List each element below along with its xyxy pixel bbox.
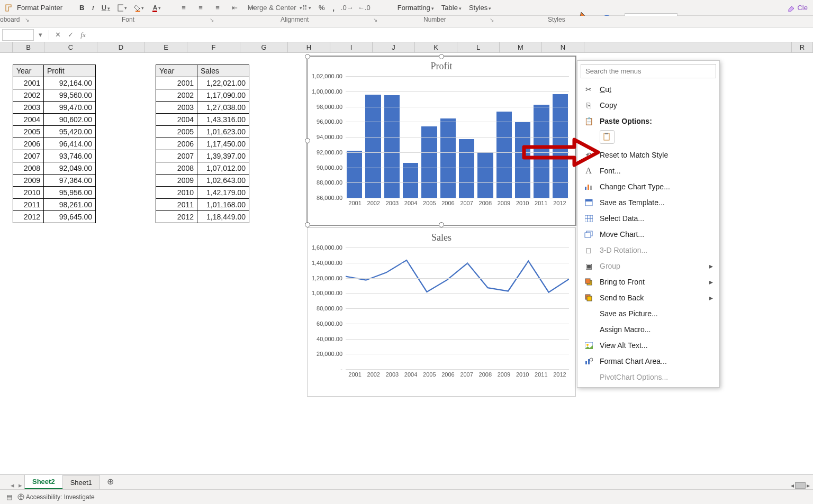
table-row[interactable]: 20121,18,449.00 [156, 211, 249, 223]
paste-use-destination-theme-button[interactable] [600, 130, 615, 144]
profit-table[interactable]: YearProfit 200192,164.00200299,560.00200… [13, 65, 96, 223]
menu-select-data[interactable]: Select Data... [577, 210, 719, 226]
col-header[interactable]: B [13, 42, 44, 52]
table-row[interactable]: 200399,470.00 [13, 102, 96, 114]
table-row[interactable]: 20101,42,179.00 [156, 187, 249, 199]
menu-cut[interactable]: ✂Cut [577, 81, 719, 97]
table-row[interactable]: 201095,956.00 [13, 187, 96, 199]
table-row[interactable]: 200793,746.00 [13, 150, 96, 162]
col-header[interactable]: E [145, 42, 187, 52]
insert-function-button[interactable]: fx [77, 29, 89, 41]
cancel-formula-button[interactable]: ✕ [51, 29, 64, 41]
menu-format-chart-area[interactable]: Format Chart Area... [577, 353, 719, 369]
table-row[interactable]: 200892,049.00 [13, 162, 96, 175]
underline-button[interactable]: U▾ [102, 4, 110, 12]
accessibility-status[interactable]: Accessibility: Investigate [17, 493, 95, 501]
merge-center-button[interactable]: Merge & Center▾ [269, 3, 278, 13]
col-header[interactable]: I [330, 42, 373, 52]
table-row[interactable]: 200595,420.00 [13, 126, 96, 138]
menu-view-alt-text[interactable]: View Alt Text... [577, 337, 719, 353]
name-box[interactable] [2, 29, 34, 41]
menu-bring-to-front[interactable]: Bring to Front▸ [577, 274, 719, 290]
tab-nav-prev[interactable]: ◂ [8, 481, 16, 489]
table-row[interactable]: 20071,39,397.00 [156, 150, 249, 162]
align-top-button[interactable]: ≡ [179, 3, 188, 13]
table-row[interactable]: 200696,414.00 [13, 138, 96, 150]
col-header[interactable]: G [240, 42, 288, 52]
chart-bar[interactable] [347, 151, 362, 198]
chart-bar[interactable] [403, 163, 418, 198]
select-all-triangle[interactable] [0, 42, 13, 52]
menu-change-chart-type[interactable]: Change Chart Type... [577, 179, 719, 195]
table-row[interactable]: 20111,01,168.00 [156, 199, 249, 211]
menu-search-input[interactable]: Search the menus [581, 64, 716, 78]
col-header[interactable]: L [457, 42, 500, 52]
chart-line-series[interactable] [346, 260, 569, 292]
new-sheet-button[interactable]: ⊕ [100, 474, 121, 489]
col-header[interactable]: R [792, 42, 813, 52]
menu-send-to-back[interactable]: Send to Back▸ [577, 290, 719, 306]
table-row[interactable]: 20061,17,450.00 [156, 138, 249, 150]
table-row[interactable]: 20081,07,012.00 [156, 162, 249, 175]
table-row[interactable]: 20051,01,623.00 [156, 126, 249, 138]
table-row[interactable]: 20011,22,021.00 [156, 77, 249, 89]
table-row[interactable]: 200490,602.00 [13, 114, 96, 126]
table-row[interactable]: 20031,27,038.00 [156, 102, 249, 114]
sales-chart[interactable]: Sales 1,60,000.001,40,000.001,20,000.001… [307, 227, 576, 397]
sheet-tab-active[interactable]: Sheet2 [24, 474, 63, 489]
col-header[interactable]: J [373, 42, 415, 52]
border-button[interactable]: ▾ [118, 3, 127, 13]
chart-title[interactable]: Profit [308, 61, 575, 72]
col-header[interactable]: N [542, 42, 584, 52]
chart-bar[interactable] [459, 139, 474, 198]
chart-bar[interactable] [477, 152, 493, 198]
col-header[interactable]: F [187, 42, 240, 52]
table-row[interactable]: 201198,261.00 [13, 199, 96, 211]
table-row[interactable]: 200192,164.00 [13, 77, 96, 89]
col-header[interactable]: M [500, 42, 542, 52]
number-format-button[interactable]: ⠿▾ [302, 3, 311, 13]
menu-save-as-template[interactable]: Save as Template... [577, 195, 719, 210]
table-row[interactable]: 20021,17,090.00 [156, 89, 249, 102]
sales-table[interactable]: YearSales 20011,22,021.0020021,17,090.00… [156, 65, 249, 223]
col-header[interactable]: K [415, 42, 457, 52]
table-row[interactable]: 20041,43,316.00 [156, 114, 249, 126]
sheet-tab[interactable]: Sheet1 [62, 475, 100, 489]
table-row[interactable]: 201299,645.00 [13, 211, 96, 223]
align-middle-button[interactable]: ≡ [196, 3, 205, 13]
menu-copy[interactable]: ⎘Copy [577, 97, 719, 113]
table-row[interactable]: 200997,364.00 [13, 175, 96, 187]
name-box-dropdown[interactable]: ▾ [34, 29, 47, 41]
decrease-decimal-button[interactable]: ←.0 [359, 3, 369, 13]
column-headers[interactable]: B C D E F G H I J K L M N R [0, 42, 813, 53]
menu-assign-macro[interactable]: Assign Macro... [577, 322, 719, 337]
table-row[interactable]: 200299,560.00 [13, 89, 96, 102]
percent-button[interactable]: % [319, 4, 325, 12]
tab-nav-next[interactable]: ▸ [16, 481, 24, 489]
col-header[interactable]: D [97, 42, 145, 52]
font-color-button[interactable]: A▾ [151, 3, 161, 13]
chart-bar[interactable] [440, 118, 456, 198]
chart-bar[interactable] [496, 112, 512, 198]
format-as-table-button[interactable]: Table▾ [441, 4, 462, 12]
menu-save-as-picture[interactable]: Save as Picture... [577, 306, 719, 322]
chart-title[interactable]: Sales [308, 232, 575, 243]
format-painter-button[interactable]: Format Painter [4, 3, 62, 13]
comma-button[interactable]: , [332, 2, 335, 13]
fill-color-button[interactable]: ▾ [134, 3, 144, 13]
italic-button[interactable]: I [92, 4, 94, 12]
table-row[interactable]: 20091,02,643.00 [156, 175, 249, 187]
customize-status-icon[interactable]: ▤ [6, 493, 12, 501]
col-header[interactable]: C [44, 42, 97, 52]
col-header[interactable]: H [288, 42, 330, 52]
increase-decimal-button[interactable]: .0→ [342, 3, 352, 13]
conditional-formatting-button[interactable]: Formatting▾ [398, 4, 434, 12]
decrease-indent-button[interactable]: ⇤ [230, 3, 239, 13]
horizontal-scroll[interactable]: ◂ ▸ [791, 482, 813, 489]
cell-styles-button[interactable]: Styles▾ [469, 4, 491, 12]
bold-button[interactable]: B [79, 4, 84, 12]
align-bottom-button[interactable]: ≡ [213, 3, 222, 13]
formula-input[interactable] [89, 29, 813, 41]
menu-move-chart[interactable]: Move Chart... [577, 226, 719, 242]
enter-formula-button[interactable]: ✓ [64, 29, 77, 41]
